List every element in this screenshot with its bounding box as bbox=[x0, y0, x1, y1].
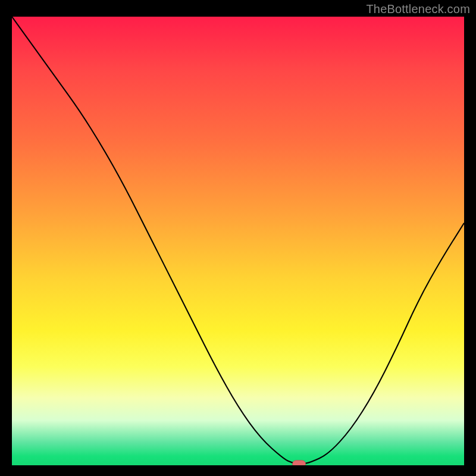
optimal-marker bbox=[293, 461, 306, 465]
watermark-text: TheBottleneck.com bbox=[366, 2, 470, 16]
chart-frame: TheBottleneck.com bbox=[0, 0, 476, 476]
bottleneck-curve-path bbox=[12, 17, 464, 464]
bottleneck-curve bbox=[12, 17, 464, 465]
